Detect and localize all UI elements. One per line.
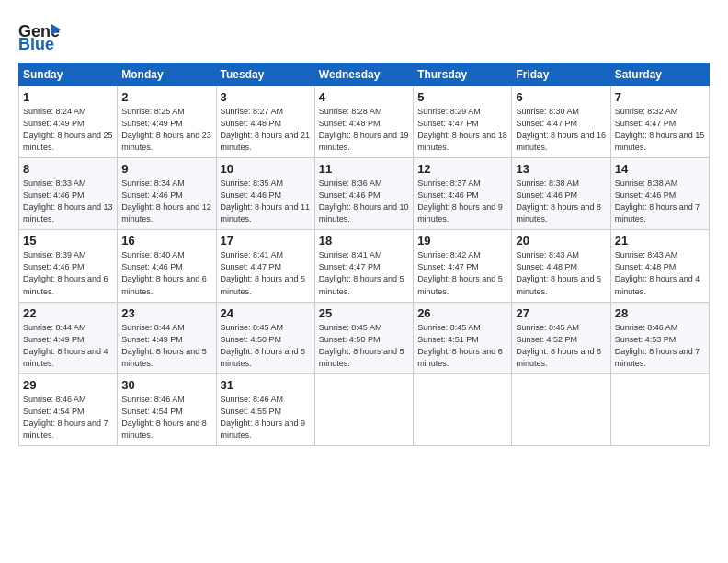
day-number: 20 xyxy=(516,234,606,247)
calendar-cell: 21Sunrise: 8:43 AMSunset: 4:48 PMDayligh… xyxy=(610,230,709,302)
day-info: Sunrise: 8:33 AMSunset: 4:46 PMDaylight:… xyxy=(23,178,113,225)
calendar-cell: 1Sunrise: 8:24 AMSunset: 4:49 PMDaylight… xyxy=(19,86,118,158)
calendar-week-1: 1Sunrise: 8:24 AMSunset: 4:49 PMDaylight… xyxy=(19,86,710,158)
col-header-tuesday: Tuesday xyxy=(216,63,314,86)
day-info: Sunrise: 8:45 AMSunset: 4:50 PMDaylight:… xyxy=(319,322,409,370)
day-info: Sunrise: 8:35 AMSunset: 4:46 PMDaylight:… xyxy=(221,178,311,225)
calendar-cell: 27Sunrise: 8:45 AMSunset: 4:52 PMDayligh… xyxy=(512,302,610,373)
calendar-cell: 23Sunrise: 8:44 AMSunset: 4:49 PMDayligh… xyxy=(118,302,216,373)
day-info: Sunrise: 8:45 AMSunset: 4:51 PMDaylight:… xyxy=(417,322,507,370)
calendar-cell: 7Sunrise: 8:32 AMSunset: 4:47 PMDaylight… xyxy=(610,86,709,158)
day-number: 4 xyxy=(319,90,409,104)
calendar-cell: 17Sunrise: 8:41 AMSunset: 4:47 PMDayligh… xyxy=(216,230,314,302)
day-number: 22 xyxy=(23,306,113,320)
page: General Blue SundayMondayTuesdayWednesda… xyxy=(0,0,728,455)
day-number: 9 xyxy=(121,162,211,176)
day-number: 16 xyxy=(121,234,211,247)
calendar-cell: 30Sunrise: 8:46 AMSunset: 4:54 PMDayligh… xyxy=(118,373,216,445)
col-header-wednesday: Wednesday xyxy=(314,63,413,86)
day-number: 6 xyxy=(516,90,606,104)
calendar-cell: 12Sunrise: 8:37 AMSunset: 4:46 PMDayligh… xyxy=(414,158,512,230)
day-info: Sunrise: 8:46 AMSunset: 4:54 PMDaylight:… xyxy=(121,394,211,442)
day-number: 23 xyxy=(121,306,211,320)
logo-icon: General Blue xyxy=(18,17,61,53)
day-number: 12 xyxy=(417,162,507,176)
day-number: 18 xyxy=(319,234,409,247)
day-number: 25 xyxy=(319,306,409,320)
day-info: Sunrise: 8:45 AMSunset: 4:50 PMDaylight:… xyxy=(221,322,311,370)
day-number: 17 xyxy=(221,234,311,247)
calendar-cell: 15Sunrise: 8:39 AMSunset: 4:46 PMDayligh… xyxy=(19,230,118,302)
day-number: 3 xyxy=(221,90,311,104)
day-number: 21 xyxy=(615,234,705,247)
calendar-cell: 9Sunrise: 8:34 AMSunset: 4:46 PMDaylight… xyxy=(118,158,216,230)
col-header-saturday: Saturday xyxy=(610,63,709,86)
day-info: Sunrise: 8:41 AMSunset: 4:47 PMDaylight:… xyxy=(221,249,311,297)
calendar-cell: 28Sunrise: 8:46 AMSunset: 4:53 PMDayligh… xyxy=(610,302,709,373)
day-number: 2 xyxy=(121,90,211,104)
header: General Blue xyxy=(18,17,710,53)
day-number: 15 xyxy=(23,234,113,247)
day-number: 8 xyxy=(23,162,113,176)
day-info: Sunrise: 8:30 AMSunset: 4:47 PMDaylight:… xyxy=(516,106,606,154)
col-header-thursday: Thursday xyxy=(414,63,512,86)
day-info: Sunrise: 8:46 AMSunset: 4:54 PMDaylight:… xyxy=(23,394,113,442)
day-number: 1 xyxy=(23,90,113,104)
calendar-cell xyxy=(512,373,610,445)
day-info: Sunrise: 8:43 AMSunset: 4:48 PMDaylight:… xyxy=(615,249,705,297)
calendar-cell: 25Sunrise: 8:45 AMSunset: 4:50 PMDayligh… xyxy=(314,302,413,373)
day-number: 24 xyxy=(221,306,311,320)
day-info: Sunrise: 8:40 AMSunset: 4:46 PMDaylight:… xyxy=(121,249,211,297)
calendar-cell: 4Sunrise: 8:28 AMSunset: 4:48 PMDaylight… xyxy=(314,86,413,158)
day-info: Sunrise: 8:43 AMSunset: 4:48 PMDaylight:… xyxy=(516,249,606,297)
calendar-table: SundayMondayTuesdayWednesdayThursdayFrid… xyxy=(18,63,710,446)
calendar-cell: 11Sunrise: 8:36 AMSunset: 4:46 PMDayligh… xyxy=(314,158,413,230)
calendar-cell: 18Sunrise: 8:41 AMSunset: 4:47 PMDayligh… xyxy=(314,230,413,302)
day-info: Sunrise: 8:38 AMSunset: 4:46 PMDaylight:… xyxy=(615,178,705,225)
calendar-cell: 8Sunrise: 8:33 AMSunset: 4:46 PMDaylight… xyxy=(19,158,118,230)
day-info: Sunrise: 8:46 AMSunset: 4:53 PMDaylight:… xyxy=(615,322,705,370)
calendar-cell: 6Sunrise: 8:30 AMSunset: 4:47 PMDaylight… xyxy=(512,86,610,158)
calendar-cell: 29Sunrise: 8:46 AMSunset: 4:54 PMDayligh… xyxy=(19,373,118,445)
calendar-cell xyxy=(414,373,512,445)
day-info: Sunrise: 8:45 AMSunset: 4:52 PMDaylight:… xyxy=(516,322,606,370)
day-info: Sunrise: 8:44 AMSunset: 4:49 PMDaylight:… xyxy=(23,322,113,370)
calendar-cell xyxy=(610,373,709,445)
calendar-cell: 16Sunrise: 8:40 AMSunset: 4:46 PMDayligh… xyxy=(118,230,216,302)
day-number: 19 xyxy=(417,234,507,247)
day-info: Sunrise: 8:37 AMSunset: 4:46 PMDaylight:… xyxy=(417,178,507,225)
day-number: 7 xyxy=(615,90,705,104)
calendar-cell: 22Sunrise: 8:44 AMSunset: 4:49 PMDayligh… xyxy=(19,302,118,373)
calendar-cell: 20Sunrise: 8:43 AMSunset: 4:48 PMDayligh… xyxy=(512,230,610,302)
day-number: 27 xyxy=(516,306,606,320)
calendar-cell: 24Sunrise: 8:45 AMSunset: 4:50 PMDayligh… xyxy=(216,302,314,373)
day-info: Sunrise: 8:39 AMSunset: 4:46 PMDaylight:… xyxy=(23,249,113,297)
calendar-cell: 19Sunrise: 8:42 AMSunset: 4:47 PMDayligh… xyxy=(414,230,512,302)
calendar-cell xyxy=(314,373,413,445)
calendar-cell: 3Sunrise: 8:27 AMSunset: 4:48 PMDaylight… xyxy=(216,86,314,158)
calendar-week-4: 22Sunrise: 8:44 AMSunset: 4:49 PMDayligh… xyxy=(19,302,710,373)
col-header-monday: Monday xyxy=(118,63,216,86)
day-number: 14 xyxy=(615,162,705,176)
day-number: 28 xyxy=(615,306,705,320)
col-header-sunday: Sunday xyxy=(19,63,118,86)
calendar-cell: 2Sunrise: 8:25 AMSunset: 4:49 PMDaylight… xyxy=(118,86,216,158)
day-info: Sunrise: 8:41 AMSunset: 4:47 PMDaylight:… xyxy=(319,249,409,297)
day-info: Sunrise: 8:34 AMSunset: 4:46 PMDaylight:… xyxy=(121,178,211,225)
calendar-cell: 31Sunrise: 8:46 AMSunset: 4:55 PMDayligh… xyxy=(216,373,314,445)
day-info: Sunrise: 8:46 AMSunset: 4:55 PMDaylight:… xyxy=(221,394,311,442)
day-info: Sunrise: 8:27 AMSunset: 4:48 PMDaylight:… xyxy=(221,106,311,154)
day-info: Sunrise: 8:42 AMSunset: 4:47 PMDaylight:… xyxy=(417,249,507,297)
day-info: Sunrise: 8:29 AMSunset: 4:47 PMDaylight:… xyxy=(417,106,507,154)
day-info: Sunrise: 8:28 AMSunset: 4:48 PMDaylight:… xyxy=(319,106,409,154)
day-info: Sunrise: 8:32 AMSunset: 4:47 PMDaylight:… xyxy=(615,106,705,154)
day-number: 13 xyxy=(516,162,606,176)
day-number: 10 xyxy=(221,162,311,176)
calendar-cell: 14Sunrise: 8:38 AMSunset: 4:46 PMDayligh… xyxy=(610,158,709,230)
day-number: 30 xyxy=(121,378,211,392)
day-info: Sunrise: 8:44 AMSunset: 4:49 PMDaylight:… xyxy=(121,322,211,370)
day-number: 11 xyxy=(319,162,409,176)
day-number: 31 xyxy=(221,378,311,392)
calendar-cell: 10Sunrise: 8:35 AMSunset: 4:46 PMDayligh… xyxy=(216,158,314,230)
calendar-week-2: 8Sunrise: 8:33 AMSunset: 4:46 PMDaylight… xyxy=(19,158,710,230)
